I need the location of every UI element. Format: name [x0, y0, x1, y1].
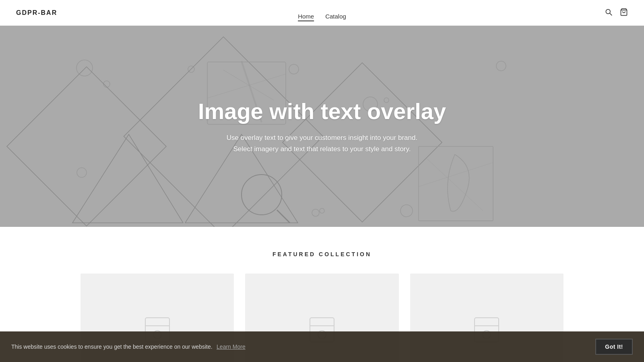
- cart-icon[interactable]: [620, 8, 628, 18]
- hero-subtitle: Use overlay text to give your customers …: [198, 132, 446, 154]
- svg-line-1: [610, 13, 612, 15]
- featured-section-title: FEATURED COLLECTION: [16, 251, 628, 257]
- hero-content: Image with text overlay Use overlay text…: [190, 90, 454, 162]
- cookie-got-it-button[interactable]: Got It!: [595, 339, 633, 355]
- header: GDPR-BAR Home Catalog: [0, 0, 644, 26]
- svg-point-0: [606, 9, 610, 14]
- cookie-message-text: This website uses cookies to ensure you …: [11, 343, 213, 350]
- nav-item-catalog[interactable]: Catalog: [325, 13, 346, 20]
- cookie-learn-more-link[interactable]: Learn More: [217, 343, 246, 350]
- nav-link-catalog[interactable]: Catalog: [325, 13, 346, 20]
- header-icons: [605, 8, 628, 18]
- cookie-banner: This website uses cookies to ensure you …: [0, 331, 644, 362]
- cookie-message-area: This website uses cookies to ensure you …: [11, 343, 246, 350]
- hero-title: Image with text overlay: [198, 98, 446, 124]
- nav-link-home[interactable]: Home: [298, 13, 314, 21]
- nav-item-home[interactable]: Home: [298, 13, 314, 20]
- search-icon[interactable]: [605, 8, 613, 18]
- site-logo: GDPR-BAR: [16, 9, 57, 16]
- hero-section: Image with text overlay Use overlay text…: [0, 26, 644, 227]
